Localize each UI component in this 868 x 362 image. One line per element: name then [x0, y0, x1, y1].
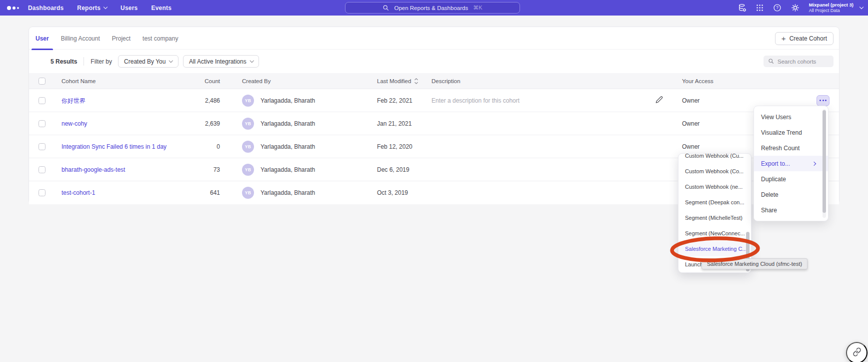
cohort-name-link[interactable]: bharath-google-ads-test — [62, 166, 125, 173]
submenu-item-custom-webhook-cu[interactable]: Custom Webhook (Cu... — [678, 153, 751, 163]
chevron-right-icon — [812, 161, 816, 165]
cohort-count: 2,486 — [169, 97, 220, 104]
avatar: YB — [242, 187, 254, 199]
shortcut-hint: ⌘K — [473, 5, 482, 11]
export-to-submenu: Custom Webhook (Cu...Custom Webhook (Co.… — [678, 153, 752, 273]
search-cohorts-placeholder: Search cohorts — [778, 59, 816, 65]
submenu-item-segment-michelletest[interactable]: Segment (MichelleTest) — [678, 210, 751, 225]
menu-item-share[interactable]: Share — [754, 202, 828, 218]
row-checkbox[interactable] — [38, 143, 46, 150]
primary-nav: DashboardsReportsUsersEvents — [28, 5, 172, 12]
submenu-item-custom-webhook-co[interactable]: Custom Webhook (Co... — [678, 163, 751, 179]
cohort-count: 2,639 — [169, 120, 220, 127]
data-management-icon[interactable] — [738, 4, 746, 12]
chevron-down-icon — [250, 59, 254, 63]
help-icon[interactable]: ? — [773, 4, 782, 12]
top-nav: DashboardsReportsUsersEvents Open Report… — [0, 0, 868, 16]
cohort-name-link[interactable]: Integration Sync Failed 6 times in 1 day — [62, 143, 166, 150]
tab-user[interactable]: User — [32, 27, 53, 50]
cohort-row-1[interactable]: 你好世界 2,486 YB Yarlagadda, Bharath Feb 22… — [29, 89, 839, 112]
sort-icon[interactable] — [414, 78, 418, 84]
menu-item-duplicate[interactable]: Duplicate — [754, 171, 828, 187]
cohort-name-link[interactable]: 你好世界 — [62, 96, 86, 105]
global-search-input[interactable]: Open Reports & Dashboards ⌘K — [345, 2, 520, 14]
nav-item-reports[interactable]: Reports — [77, 5, 107, 12]
apps-grid-icon[interactable] — [756, 4, 764, 12]
tooltip: Salesforce Marketing Cloud (sfmc-test) — [702, 258, 808, 269]
menu-scrollbar-thumb[interactable] — [822, 110, 826, 213]
filter-bar: 5 Results Filter by Created By YouAll Ac… — [29, 50, 839, 73]
filter-dropdown-created-by-you[interactable]: Created By You — [118, 55, 178, 68]
nav-item-events[interactable]: Events — [151, 5, 172, 12]
table-header: Cohort Name Count Created By Last Modifi… — [29, 73, 839, 89]
header-created-by: Created By — [242, 78, 271, 84]
project-scope: All Project Data — [809, 8, 854, 14]
menu-item-visualize-trend[interactable]: Visualize Trend — [754, 125, 828, 140]
created-by: Yarlagadda, Bharath — [260, 120, 315, 127]
header-count: Count — [169, 78, 220, 84]
nav-right-cluster: ? Mixpanel (project 3) All Project Data — [738, 0, 863, 16]
header-your-access: Your Access — [682, 78, 714, 84]
cohort-name-link[interactable]: new-cohy — [62, 120, 87, 127]
tooltip-text: Salesforce Marketing Cloud (sfmc-test) — [707, 261, 802, 267]
your-access: Owner — [682, 143, 700, 150]
cohort-count: 641 — [169, 189, 220, 196]
submenu-item-custom-webhook-ne[interactable]: Custom Webhook (ne... — [678, 179, 751, 194]
mixpanel-logo[interactable] — [7, 6, 20, 10]
tab-test-company[interactable]: test company — [138, 27, 182, 50]
avatar: YB — [242, 95, 254, 107]
avatar: YB — [242, 164, 254, 176]
cohort-tabs: UserBilling AccountProjecttest company +… — [29, 27, 839, 50]
submenu-item-segment-deepak-con[interactable]: Segment (Deepak con... — [678, 194, 751, 210]
row-checkbox[interactable] — [38, 120, 46, 127]
created-by: Yarlagadda, Bharath — [260, 143, 315, 150]
cohort-count: 73 — [169, 166, 220, 173]
link-icon — [852, 347, 862, 358]
nav-item-dashboards[interactable]: Dashboards — [28, 5, 64, 12]
tab-project[interactable]: Project — [108, 27, 134, 50]
last-modified: Feb 22, 2021 — [377, 97, 412, 104]
create-cohort-button[interactable]: + Create Cohort — [775, 32, 834, 45]
submenu-item-salesforce-marketing-c[interactable]: Salesforce Marketing C... — [678, 241, 751, 256]
submenu-item-segment-newconnec[interactable]: Segment (NewConnec... — [678, 225, 751, 241]
search-icon — [382, 5, 389, 11]
row-checkbox[interactable] — [38, 189, 46, 196]
created-by: Yarlagadda, Bharath — [260, 97, 315, 104]
project-switcher[interactable]: Mixpanel (project 3) All Project Data — [809, 2, 854, 13]
created-by: Yarlagadda, Bharath — [260, 189, 315, 196]
avatar: YB — [242, 141, 254, 153]
last-modified: Oct 3, 2019 — [377, 189, 408, 196]
menu-item-view-users[interactable]: View Users — [754, 109, 828, 125]
divider — [84, 57, 84, 66]
row-checkbox[interactable] — [38, 97, 46, 104]
header-description: Description — [432, 78, 460, 84]
row-context-menu: View UsersVisualize TrendRefresh CountEx… — [754, 106, 828, 221]
chevron-down-icon — [104, 5, 108, 9]
copy-link-button[interactable] — [846, 342, 868, 362]
row-actions-button[interactable] — [816, 95, 830, 106]
select-all-checkbox[interactable] — [38, 78, 46, 85]
last-modified: Dec 6, 2019 — [377, 166, 410, 173]
header-cohort-name: Cohort Name — [62, 78, 96, 84]
edit-description-button[interactable] — [656, 96, 663, 105]
cohort-name-link[interactable]: test-cohort-1 — [62, 189, 95, 196]
header-last-modified[interactable]: Last Modified — [377, 78, 418, 84]
app-root: DashboardsReportsUsersEvents Open Report… — [0, 0, 868, 362]
menu-item-refresh-count[interactable]: Refresh Count — [754, 140, 828, 156]
nav-item-users[interactable]: Users — [120, 5, 138, 12]
gear-icon[interactable] — [791, 4, 800, 12]
menu-item-export-to[interactable]: Export to... — [754, 156, 828, 171]
project-name: Mixpanel (project 3) — [809, 2, 854, 8]
row-checkbox[interactable] — [38, 166, 46, 173]
last-modified: Jan 21, 2021 — [377, 120, 412, 127]
menu-item-delete[interactable]: Delete — [754, 187, 828, 202]
cohort-count: 0 — [169, 143, 220, 150]
plus-icon: + — [782, 34, 786, 43]
filter-dropdown-all-active-integrations[interactable]: All Active Integrations — [183, 55, 259, 68]
cohort-row-2[interactable]: new-cohy 2,639 YB Yarlagadda, Bharath Ja… — [29, 112, 839, 135]
svg-text:?: ? — [776, 6, 778, 10]
tab-billing-account[interactable]: Billing Account — [57, 27, 104, 50]
description-placeholder[interactable]: Enter a description for this cohort — [432, 97, 520, 104]
search-cohorts-input[interactable]: Search cohorts — [764, 56, 834, 67]
chevron-down-icon — [169, 59, 173, 63]
